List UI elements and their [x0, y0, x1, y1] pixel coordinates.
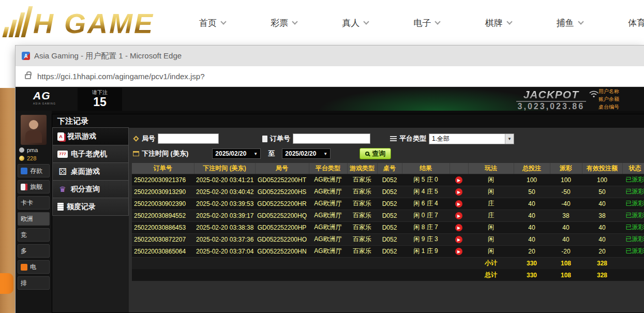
logo-bars-icon — [3, 6, 33, 37]
replay-icon[interactable]: ▶ — [455, 176, 462, 184]
lock-icon — [25, 74, 31, 79]
subtotal-valid: 328 — [582, 257, 622, 269]
sidebar-item-旗舰[interactable]: 旗舰 — [18, 180, 50, 193]
nav-item-体育[interactable]: 体育 — [628, 17, 644, 29]
cell-round: GD052252200HR — [255, 198, 309, 210]
cell-platform: AG欧洲厅 — [309, 186, 347, 198]
sidebar-item-多[interactable]: 多 — [18, 244, 50, 258]
panel-menu-积分查询[interactable]: ♛积分查询 — [52, 180, 129, 198]
sidebar-item-竞[interactable]: 竞 — [18, 228, 50, 242]
panel-menu-额度记录[interactable]: 额度记录 — [52, 198, 129, 216]
cell-time: 2025-02-20 03:40:42 — [194, 186, 255, 198]
cell-table: D052 — [377, 174, 402, 186]
panel-menu-电子老虎机[interactable]: 777电子老虎机 — [52, 145, 129, 163]
status-badge: 已派彩 — [626, 212, 644, 219]
coins-value: 228 — [27, 155, 36, 161]
replay-icon[interactable]: ▶ — [455, 200, 462, 207]
cell-game: 百家乐 — [347, 186, 377, 198]
flame-icon — [21, 264, 27, 271]
table-body: 2502200309213762025-02-20 03:41:21GD0522… — [132, 174, 644, 281]
cell-order: 250220030872207 — [132, 233, 194, 245]
cell-valid: 38 — [582, 210, 622, 221]
cell-order: 250220030902390 — [132, 198, 194, 210]
cell-result: 闲 8 庄 7 — [402, 221, 450, 233]
jackpot-label: JACKPOT — [516, 88, 586, 102]
sidebar-item-欧洲[interactable]: 欧洲 — [18, 212, 50, 226]
sidebar-item-卡卡[interactable]: 卡卡 — [18, 196, 50, 210]
sidebar-item-排[interactable]: 排 — [18, 276, 50, 290]
panel-menu-视讯游戏[interactable]: 视讯游戏 — [52, 127, 129, 145]
cell-bet: 20 — [514, 245, 550, 257]
table-row: 2502200309023902025-02-20 03:39:53GD0522… — [132, 198, 644, 210]
cell-order: 250220030913290 — [132, 186, 194, 198]
column-header: 状态 — [622, 163, 644, 174]
mi-slot-icon: 777 — [57, 151, 68, 158]
nav-item-首页[interactable]: 首页 — [199, 17, 226, 29]
cell-payout: -20 — [550, 245, 582, 257]
query-button[interactable]: 查询 — [360, 148, 391, 159]
nav-item-棋牌[interactable]: 棋牌 — [485, 17, 512, 29]
panel-title: 下注记录 — [52, 114, 644, 128]
column-header: 局号 — [255, 163, 309, 174]
status-badge: 已派彩 — [626, 188, 644, 195]
cell-round: GD052252200HT — [255, 174, 309, 186]
date-to-picker[interactable]: 2025/02/20 ▼ — [282, 148, 331, 159]
cell-time: 2025-02-20 03:41:21 — [194, 174, 255, 186]
replay-icon[interactable]: ▶ — [455, 236, 462, 243]
round-input[interactable] — [158, 133, 219, 144]
total-row: 总计330108328 — [132, 269, 644, 281]
replay-icon[interactable]: ▶ — [455, 212, 462, 219]
cell-result: 闲 9 庄 3 — [402, 233, 450, 245]
to-label: 至 — [268, 149, 275, 158]
nav-item-电子[interactable]: 电子 — [413, 17, 440, 29]
sidebar-item-电[interactable]: 电 — [18, 260, 50, 274]
status-badge: 已派彩 — [626, 247, 644, 255]
order-filter: 订单号 — [262, 133, 370, 144]
cell-table: D052 — [377, 210, 402, 221]
page-float-widget[interactable] — [0, 273, 13, 294]
date-from-picker[interactable]: 2025/02/20 ▼ — [212, 148, 261, 159]
cell-round: GD052252200HO — [255, 233, 309, 245]
cell-status: 已派彩 — [622, 233, 644, 245]
ag-logo: AG ASIA GAMING — [33, 90, 56, 105]
panel-menu-桌面游戏[interactable]: ⚄桌面游戏 — [52, 162, 129, 181]
nav-label: 捕鱼 — [557, 17, 574, 29]
subtotal-payout: 108 — [550, 257, 582, 269]
edge-titlebar[interactable]: A Asia Gaming - 用户配置 1 - Microsoft Edge — [16, 46, 644, 66]
cell-time: 2025-02-20 03:37:36 — [194, 233, 255, 245]
column-header: 有效投注额 — [582, 163, 622, 174]
nav-item-真人[interactable]: 真人 — [342, 17, 368, 29]
cell-order: 250220030894552 — [132, 210, 194, 221]
cell-time: 2025-02-20 03:39:17 — [194, 210, 255, 221]
cell-replay: ▶ — [450, 245, 468, 257]
platform-value: 1.全部 — [429, 135, 505, 143]
cell-result: 闲 0 庄 7 — [402, 210, 450, 221]
table-row: 2502200308722072025-02-20 03:37:36GD0522… — [132, 233, 644, 245]
nav-item-彩票[interactable]: 彩票 — [271, 17, 297, 29]
site-logo[interactable]: H GAME — [6, 6, 154, 37]
order-input[interactable] — [293, 133, 370, 144]
sidebar-label: 旗舰 — [30, 183, 42, 191]
replay-icon[interactable]: ▶ — [455, 224, 462, 231]
total-label: 总计 — [468, 269, 514, 281]
total-valid: 328 — [582, 269, 622, 281]
cell-valid: 20 — [582, 245, 622, 257]
status-badge: 已派彩 — [626, 200, 644, 207]
subtotal-bet: 330 — [514, 257, 550, 269]
window-title: Asia Gaming - 用户配置 1 - Microsoft Edge — [34, 51, 182, 61]
edge-addressbar[interactable]: https://gci.1hhapi.com/agingame/pcv1/ind… — [16, 66, 644, 87]
coin-icon — [19, 156, 24, 161]
jackpot: JACKPOT 3,023,023.86 — [516, 88, 586, 111]
table-row: 2502200308650642025-02-20 03:37:04GD0522… — [132, 245, 644, 257]
cell-status: 已派彩 — [622, 174, 644, 186]
cell-time: 2025-02-20 03:39:53 — [194, 198, 255, 210]
nav-item-捕鱼[interactable]: 捕鱼 — [557, 17, 583, 29]
platform-select[interactable]: 1.全部 ▼ — [429, 133, 514, 144]
replay-icon[interactable]: ▶ — [455, 248, 462, 255]
user-info: 用户名称账户余额桌台编号 — [598, 87, 644, 111]
sidebar-item-存款[interactable]: 存款 — [18, 164, 50, 177]
cell-payout: -50 — [550, 186, 582, 198]
panel-content: 局号 订单号 平台类型 1.全部 ▼ — [129, 128, 644, 312]
sidebar-label: 存款 — [30, 167, 42, 175]
replay-icon[interactable]: ▶ — [455, 188, 462, 196]
